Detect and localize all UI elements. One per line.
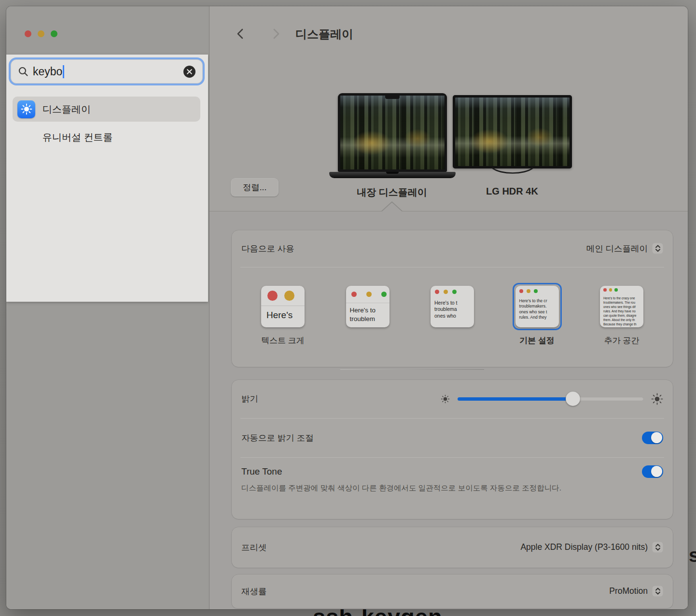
search-icon bbox=[18, 66, 28, 77]
sidebar: keybo bbox=[6, 6, 209, 609]
brightness-row: 밝기 bbox=[232, 380, 673, 418]
use-as-dropdown[interactable]: 메인 디스플레이 bbox=[586, 243, 663, 254]
builtin-display-label: 내장 디스플레이 bbox=[329, 186, 455, 199]
brightness-card: 밝기 bbox=[232, 380, 673, 519]
brightness-slider-fill bbox=[458, 397, 573, 401]
scaling-option-label: 추가 공간 bbox=[604, 335, 640, 346]
brightness-label: 밝기 bbox=[241, 393, 258, 405]
search-result-label: 유니버설 컨트롤 bbox=[42, 131, 113, 144]
scaling-option-larger-text[interactable]: Here's 텍스트 크게 bbox=[257, 283, 309, 346]
builtin-display-thumbnail[interactable] bbox=[338, 93, 447, 172]
scaling-option-default[interactable]: Here's to the cr troublemakers. ones who… bbox=[511, 283, 563, 346]
laptop-notch bbox=[385, 96, 400, 99]
main-header: 디스플레이 bbox=[209, 6, 688, 59]
auto-brightness-toggle[interactable] bbox=[642, 432, 663, 444]
preset-row: 프리셋 Apple XDR Display (P3-1600 nits) bbox=[232, 527, 673, 568]
use-as-card: 다음으로 사용 메인 디스플레이 Here's bbox=[232, 230, 673, 367]
scaling-option-3[interactable]: Here's to t troublema ones who bbox=[426, 283, 478, 346]
brightness-slider-thumb[interactable] bbox=[566, 392, 580, 406]
scaling-preview: Here's to troublem bbox=[346, 286, 390, 327]
chevron-up-down-icon bbox=[652, 542, 663, 553]
true-tone-description: 디스플레이를 주변광에 맞춰 색상이 다른 환경에서도 일관적으로 보이도록 자… bbox=[241, 482, 599, 494]
main-pane: 디스플레이 내장 디스플레이 LG HDR 4K 정렬... 다음으로 사용 bbox=[209, 6, 688, 609]
search-result-universal-control[interactable]: 유니버설 컨트롤 bbox=[13, 125, 200, 150]
system-settings-window: keybo bbox=[6, 6, 688, 609]
true-tone-row: True Tone 디스플레이를 주변광에 맞춰 색상이 다른 환경에서도 일관… bbox=[232, 458, 673, 494]
page-title: 디스플레이 bbox=[295, 27, 353, 42]
refresh-rate-value: ProMotion bbox=[609, 586, 648, 596]
use-as-label: 다음으로 사용 bbox=[241, 243, 294, 254]
external-display-thumbnail[interactable] bbox=[453, 95, 572, 168]
search-results-panel: keybo bbox=[6, 55, 208, 302]
clear-search-icon[interactable] bbox=[183, 66, 195, 78]
refresh-rate-label: 재생률 bbox=[241, 586, 267, 597]
brightness-slider[interactable] bbox=[458, 397, 643, 401]
scaling-preview: Here's bbox=[261, 286, 305, 327]
wallpaper-preview bbox=[340, 96, 445, 169]
brightness-max-icon bbox=[651, 393, 663, 405]
true-tone-toggle[interactable] bbox=[642, 465, 663, 478]
use-as-row: 다음으로 사용 메인 디스플레이 bbox=[232, 230, 673, 267]
monitor-stand bbox=[491, 168, 534, 176]
back-button[interactable] bbox=[235, 28, 247, 40]
scaling-option-label: 기본 설정 bbox=[519, 335, 555, 346]
scaling-divider-line bbox=[340, 369, 484, 370]
search-result-label: 디스플레이 bbox=[42, 103, 91, 116]
minimize-window-button[interactable] bbox=[38, 30, 44, 37]
refresh-rate-dropdown[interactable]: ProMotion bbox=[609, 586, 663, 597]
settings-content: 다음으로 사용 메인 디스플레이 Here's bbox=[209, 212, 688, 610]
preset-value: Apple XDR Display (P3-1600 nits) bbox=[520, 542, 648, 552]
close-window-button[interactable] bbox=[25, 30, 31, 37]
search-input[interactable]: keybo bbox=[11, 59, 203, 84]
wallpaper-preview bbox=[455, 98, 570, 166]
external-display-label: LG HDR 4K bbox=[449, 186, 575, 197]
auto-brightness-label: 자동으로 밝기 조절 bbox=[241, 432, 314, 444]
scaling-option-more-space[interactable]: Here's to the crazy one troublemakers. T… bbox=[596, 283, 648, 346]
selected-display-notch-fill bbox=[382, 203, 402, 212]
scaling-preview: Here's to the cr troublemakers. ones who… bbox=[515, 286, 559, 327]
laptop-base bbox=[329, 172, 456, 178]
search-input-value: keybo bbox=[33, 65, 62, 78]
zoom-window-button[interactable] bbox=[51, 30, 57, 37]
text-cursor bbox=[63, 65, 64, 78]
chevron-up-down-icon bbox=[652, 586, 663, 597]
search-result-displays[interactable]: 디스플레이 bbox=[13, 97, 200, 122]
window-controls bbox=[25, 30, 57, 37]
refresh-rate-row: 재생률 ProMotion bbox=[232, 574, 673, 608]
arrange-displays-button[interactable]: 정렬... bbox=[231, 178, 278, 196]
use-as-value: 메인 디스플레이 bbox=[586, 243, 648, 254]
scaling-preview: Here's to the crazy one troublemakers. T… bbox=[600, 286, 643, 327]
preset-dropdown[interactable]: Apple XDR Display (P3-1600 nits) bbox=[520, 542, 663, 553]
forward-button[interactable] bbox=[269, 28, 282, 40]
scaling-option-label: 텍스트 크게 bbox=[261, 335, 305, 346]
preset-label: 프리셋 bbox=[241, 542, 267, 553]
scaling-option-2[interactable]: Here's to troublem bbox=[342, 283, 394, 346]
refresh-rate-card: 재생률 ProMotion bbox=[232, 574, 673, 608]
preset-card: 프리셋 Apple XDR Display (P3-1600 nits) bbox=[232, 527, 673, 568]
brightness-min-icon bbox=[441, 394, 450, 404]
scaling-preview: Here's to t troublema ones who bbox=[431, 286, 474, 327]
chevron-up-down-icon bbox=[652, 243, 663, 254]
true-tone-label: True Tone bbox=[241, 466, 282, 477]
desktop-background-text-partial: s bbox=[689, 545, 696, 566]
scaling-options: Here's 텍스트 크게 Here's to troublem bbox=[232, 267, 673, 346]
display-brightness-icon bbox=[17, 100, 35, 118]
auto-brightness-row: 자동으로 밝기 조절 bbox=[232, 419, 673, 457]
